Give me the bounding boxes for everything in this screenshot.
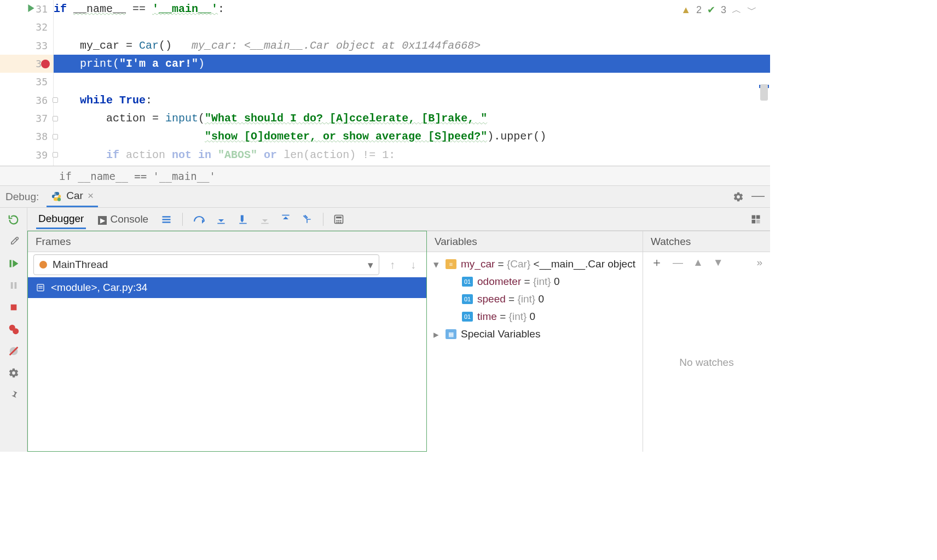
layout-settings-icon[interactable] [750, 214, 761, 225]
inline-hint: my_car: <__main__.Car object at 0x1144fa… [192, 39, 481, 52]
svg-rect-4 [10, 282, 13, 289]
prev-highlight-icon[interactable]: ︿ [732, 3, 742, 16]
modify-run-config-icon[interactable] [6, 234, 21, 249]
current-execution-line: print("I'm a car!") [54, 55, 770, 73]
stop-icon[interactable] [6, 300, 21, 315]
frames-panel-header: Frames [28, 231, 426, 252]
tool-settings-icon[interactable] [733, 191, 744, 202]
gutter-line: 34 [0, 55, 53, 73]
variable-row[interactable]: 01 odometer = {int} 0 [431, 273, 638, 290]
svg-rect-16 [262, 223, 269, 224]
step-out-icon[interactable] [280, 214, 291, 225]
gutter-line: 31 [0, 0, 53, 18]
evaluate-expression-icon[interactable] [333, 214, 344, 225]
debug-settings-icon[interactable] [6, 365, 21, 381]
svg-point-22 [340, 220, 342, 221]
ok-icon: ✔ [707, 4, 715, 16]
breadcrumb[interactable]: if __name__ == '__main__' [0, 166, 770, 186]
move-watch-down-icon[interactable]: ▼ [713, 256, 724, 269]
svg-point-20 [337, 220, 338, 221]
code-column[interactable]: if __name__ == '__main__': my_car = Car(… [54, 0, 770, 166]
hide-tool-window-icon[interactable]: — [751, 191, 765, 202]
run-to-cursor-icon[interactable] [301, 214, 313, 225]
svg-rect-5 [14, 282, 16, 289]
code-editor[interactable]: 31 32 33 34 35 36 37 38 39 if __name__ =… [0, 0, 770, 166]
view-breakpoints-icon[interactable] [6, 322, 21, 337]
gutter-line: 39 [0, 145, 53, 164]
gutter-line: 37 [0, 109, 53, 127]
svg-rect-28 [752, 219, 756, 223]
inspections-widget[interactable]: ▲2 ✔3 ︿ ﹀ [681, 3, 757, 16]
svg-rect-17 [282, 214, 290, 215]
gutter-line: 33 [0, 37, 53, 55]
variable-row[interactable]: ▸ ▦ Special Variables [431, 325, 638, 343]
step-into-my-code-icon[interactable] [236, 214, 250, 225]
close-tab-icon[interactable]: × [88, 190, 94, 202]
svg-rect-32 [38, 288, 43, 289]
next-frame-icon[interactable]: ↓ [406, 259, 421, 271]
thread-dump-icon[interactable] [160, 214, 172, 225]
console-tab-icon: ▶ [98, 216, 107, 225]
variable-row[interactable]: ▾ ≡ my_car = {Car} <__main__.Car object [431, 255, 638, 273]
expand-icon[interactable]: ▾ [431, 258, 441, 271]
breadcrumb-item[interactable]: if __name__ == '__main__' [59, 170, 216, 182]
add-watch-icon[interactable]: ＋ [651, 254, 663, 271]
pause-icon[interactable] [6, 278, 21, 293]
stack-frame-item[interactable]: <module>, Car.py:34 [28, 277, 426, 298]
scrollbar-thumb[interactable] [760, 84, 768, 101]
variable-row[interactable]: 01 speed = {int} 0 [431, 290, 638, 308]
step-over-icon[interactable] [193, 214, 206, 225]
debug-side-toolbar [0, 208, 27, 452]
debug-label: Debug: [5, 191, 39, 203]
svg-rect-26 [752, 215, 756, 219]
watches-empty-text: No watches [643, 273, 770, 452]
debug-config-name: Car [66, 190, 83, 202]
gutter-line: 32 [0, 18, 53, 36]
svg-rect-13 [163, 221, 171, 223]
stack-frame-label: <module>, Car.py:34 [51, 282, 147, 294]
svg-point-2 [57, 198, 61, 201]
debug-tool-window-header: Debug: Car × — [0, 186, 770, 208]
frames-panel: Frames MainThread ▾ ↑ ↓ <module>, Car.py… [27, 231, 427, 452]
svg-rect-11 [163, 216, 171, 218]
warning-icon: ▲ [681, 4, 691, 16]
ok-count: 3 [721, 4, 726, 16]
tab-debugger[interactable]: Debugger [36, 209, 86, 229]
run-gutter-icon[interactable] [27, 4, 35, 12]
debug-config-tab[interactable]: Car × [47, 186, 98, 207]
thread-name: MainThread [53, 259, 108, 271]
svg-rect-27 [756, 215, 760, 219]
next-highlight-icon[interactable]: ﹀ [747, 3, 757, 16]
prev-frame-icon[interactable]: ↑ [385, 259, 400, 271]
remove-watch-icon[interactable]: — [673, 256, 683, 269]
editor-gutter: 31 32 33 34 35 36 37 38 39 [0, 0, 54, 166]
svg-rect-31 [38, 286, 43, 287]
rerun-icon[interactable] [6, 212, 21, 228]
gutter-line: 36 [0, 91, 53, 109]
mute-breakpoints-icon[interactable] [6, 343, 21, 359]
pin-tab-icon[interactable] [6, 387, 21, 402]
svg-point-21 [338, 220, 340, 221]
resume-icon[interactable] [6, 256, 21, 271]
tab-console[interactable]: ▶Console [96, 210, 151, 228]
step-into-icon[interactable] [216, 214, 227, 225]
python-icon [51, 190, 62, 201]
variable-row[interactable]: 01 time = {int} 0 [431, 308, 638, 325]
watches-more-icon[interactable]: » [756, 256, 762, 269]
svg-rect-3 [9, 260, 11, 267]
move-watch-up-icon[interactable]: ▲ [693, 256, 703, 269]
frame-icon [36, 283, 45, 293]
watches-panel-header: Watches [643, 231, 770, 252]
dropdown-caret-icon: ▾ [368, 259, 373, 271]
breakpoint-icon[interactable] [41, 60, 50, 68]
svg-rect-12 [163, 219, 171, 220]
watches-toolbar: ＋ — ▲ ▼ » [643, 252, 770, 273]
svg-point-24 [338, 221, 340, 223]
force-step-into-icon[interactable] [259, 214, 270, 225]
svg-rect-29 [756, 219, 760, 223]
expand-icon[interactable]: ▸ [431, 328, 441, 341]
thread-selector[interactable]: MainThread ▾ [33, 254, 379, 275]
svg-point-8 [13, 328, 19, 334]
gutter-line: 35 [0, 73, 53, 91]
variables-panel-header: Variables [427, 231, 643, 252]
